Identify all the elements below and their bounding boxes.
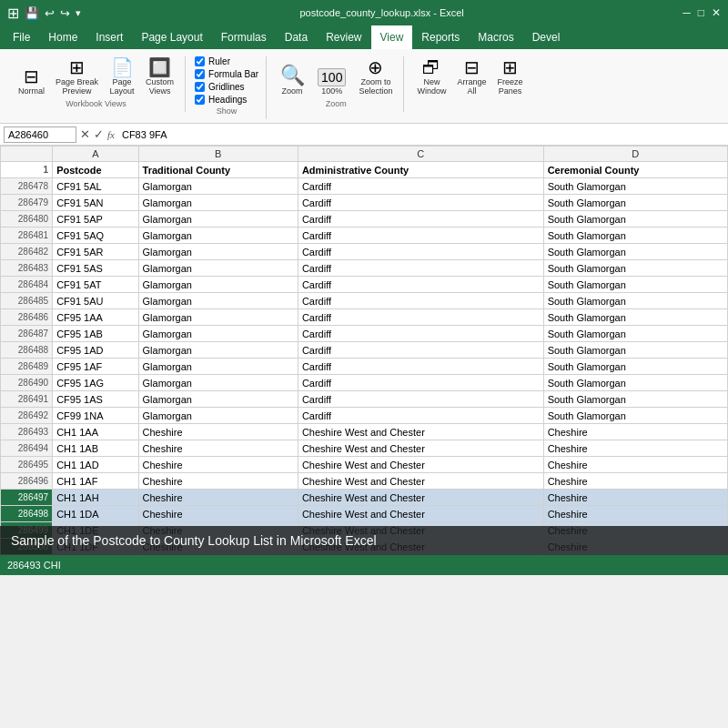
data-cell[interactable]: CH1 1AH: [53, 490, 138, 506]
menu-page-layout[interactable]: Page Layout: [132, 25, 211, 49]
menu-data[interactable]: Data: [276, 25, 317, 49]
data-cell[interactable]: CF95 1AG: [53, 375, 138, 391]
menu-devel[interactable]: Devel: [523, 25, 570, 49]
data-cell[interactable]: Glamorgan: [138, 211, 298, 228]
header-cell-3[interactable]: Ceremonial County: [543, 162, 727, 178]
page-layout-button[interactable]: 📄 PageLayout: [106, 56, 138, 97]
maximize-btn[interactable]: □: [698, 6, 704, 19]
menu-reports[interactable]: Reports: [412, 25, 469, 49]
data-cell[interactable]: Cheshire: [543, 506, 727, 522]
zoom-selection-button[interactable]: ⊕ Zoom toSelection: [355, 56, 396, 97]
zoom-button[interactable]: 🔍 Zoom: [276, 64, 308, 97]
name-box[interactable]: [4, 126, 76, 143]
data-cell[interactable]: Cheshire: [138, 424, 298, 440]
formula-bar-checkbox-label[interactable]: Formula Bar: [195, 69, 258, 79]
data-cell[interactable]: Cardiff: [298, 359, 543, 375]
data-cell[interactable]: Cardiff: [298, 391, 543, 408]
data-cell[interactable]: Cheshire: [138, 473, 298, 490]
data-cell[interactable]: Cheshire West and Chester: [298, 457, 543, 473]
data-cell[interactable]: Cheshire: [543, 473, 727, 490]
menu-home[interactable]: Home: [39, 25, 86, 49]
menu-file[interactable]: File: [4, 25, 39, 49]
redo-icon[interactable]: ↪: [60, 6, 70, 20]
data-cell[interactable]: South Glamorgan: [543, 244, 727, 260]
menu-insert[interactable]: Insert: [86, 25, 132, 49]
data-cell[interactable]: South Glamorgan: [543, 375, 727, 391]
data-cell[interactable]: Cheshire: [138, 457, 298, 473]
data-cell[interactable]: Cheshire West and Chester: [298, 506, 543, 522]
data-cell[interactable]: Cardiff: [298, 408, 543, 424]
data-cell[interactable]: South Glamorgan: [543, 178, 727, 195]
menu-view[interactable]: View: [371, 25, 413, 49]
cancel-formula-icon[interactable]: ✕: [80, 127, 90, 141]
data-cell[interactable]: Cheshire West and Chester: [298, 424, 543, 440]
data-cell[interactable]: Cardiff: [298, 228, 543, 244]
data-cell[interactable]: South Glamorgan: [543, 391, 727, 408]
arrange-all-button[interactable]: ⊟ ArrangeAll: [453, 56, 490, 97]
data-cell[interactable]: CF91 5AN: [53, 195, 138, 211]
data-cell[interactable]: South Glamorgan: [543, 326, 727, 342]
data-cell[interactable]: South Glamorgan: [543, 293, 727, 309]
zoom-100-button[interactable]: 100 100%: [314, 66, 349, 97]
data-cell[interactable]: Glamorgan: [138, 244, 298, 260]
data-cell[interactable]: Cardiff: [298, 375, 543, 391]
header-cell-2[interactable]: Administrative County: [298, 162, 543, 178]
gridlines-checkbox-label[interactable]: Gridlines: [195, 82, 258, 92]
data-cell[interactable]: CH1 1AB: [53, 440, 138, 457]
data-cell[interactable]: Glamorgan: [138, 408, 298, 424]
data-cell[interactable]: Glamorgan: [138, 326, 298, 342]
normal-button[interactable]: ⊟ Normal: [15, 66, 48, 97]
undo-icon[interactable]: ↩: [45, 6, 55, 20]
data-cell[interactable]: Cardiff: [298, 326, 543, 342]
data-cell[interactable]: Cheshire: [138, 490, 298, 506]
freeze-panes-button[interactable]: ⊞ FreezePanes: [494, 56, 527, 97]
formula-bar-checkbox[interactable]: [195, 69, 205, 79]
data-cell[interactable]: South Glamorgan: [543, 342, 727, 359]
data-cell[interactable]: Cheshire West and Chester: [298, 440, 543, 457]
data-cell[interactable]: Cheshire: [543, 457, 727, 473]
data-cell[interactable]: Cardiff: [298, 293, 543, 309]
data-cell[interactable]: CF95 1AA: [53, 309, 138, 326]
data-cell[interactable]: CF91 5AU: [53, 293, 138, 309]
data-cell[interactable]: Cheshire: [543, 424, 727, 440]
data-cell[interactable]: CF91 5AQ: [53, 228, 138, 244]
data-cell[interactable]: CH1 1AF: [53, 473, 138, 490]
data-cell[interactable]: Cardiff: [298, 195, 543, 211]
data-cell[interactable]: Cheshire: [543, 490, 727, 506]
menu-formulas[interactable]: Formulas: [212, 25, 276, 49]
menu-macros[interactable]: Macros: [469, 25, 522, 49]
data-cell[interactable]: Cardiff: [298, 244, 543, 260]
data-cell[interactable]: South Glamorgan: [543, 260, 727, 277]
data-cell[interactable]: CF99 1NA: [53, 408, 138, 424]
col-header-d[interactable]: D: [543, 147, 727, 162]
minimize-btn[interactable]: ─: [682, 6, 691, 19]
headings-checkbox[interactable]: [195, 95, 205, 105]
close-btn[interactable]: ✕: [712, 6, 721, 19]
data-cell[interactable]: CF91 5AP: [53, 211, 138, 228]
data-cell[interactable]: Glamorgan: [138, 391, 298, 408]
data-cell[interactable]: South Glamorgan: [543, 408, 727, 424]
data-cell[interactable]: CH1 1AD: [53, 457, 138, 473]
menu-review[interactable]: Review: [317, 25, 370, 49]
data-cell[interactable]: CH1 1AA: [53, 424, 138, 440]
data-cell[interactable]: Cardiff: [298, 260, 543, 277]
data-cell[interactable]: CH1 1DA: [53, 506, 138, 522]
data-cell[interactable]: South Glamorgan: [543, 211, 727, 228]
col-header-c[interactable]: C: [298, 147, 543, 162]
formula-input[interactable]: [118, 129, 724, 140]
header-cell-1[interactable]: Traditional County: [138, 162, 298, 178]
new-window-button[interactable]: 🗗 NewWindow: [413, 56, 450, 97]
header-cell-0[interactable]: Postcode: [53, 162, 138, 178]
data-cell[interactable]: Glamorgan: [138, 375, 298, 391]
ruler-checkbox-label[interactable]: Ruler: [195, 56, 258, 66]
data-cell[interactable]: Cardiff: [298, 178, 543, 195]
data-cell[interactable]: Cardiff: [298, 309, 543, 326]
data-cell[interactable]: Cheshire: [138, 506, 298, 522]
data-cell[interactable]: Cheshire: [138, 440, 298, 457]
data-cell[interactable]: Glamorgan: [138, 228, 298, 244]
data-cell[interactable]: CF95 1AF: [53, 359, 138, 375]
custom-views-button[interactable]: 🔲 CustomViews: [142, 56, 177, 97]
data-cell[interactable]: South Glamorgan: [543, 277, 727, 293]
data-cell[interactable]: CF91 5AL: [53, 178, 138, 195]
insert-function-icon[interactable]: fx: [107, 129, 115, 140]
